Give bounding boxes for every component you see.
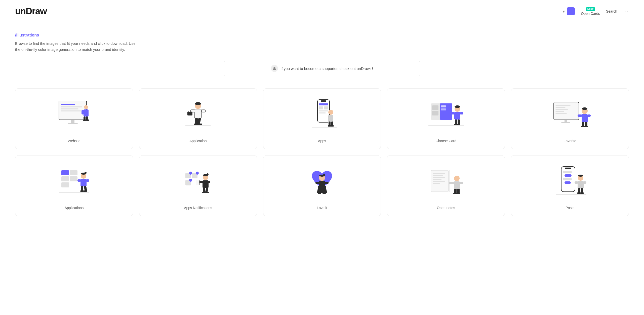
open-cards-button[interactable]: NEW Open Cards xyxy=(581,7,600,16)
svg-rect-122 xyxy=(433,175,443,176)
svg-rect-105 xyxy=(207,181,210,183)
svg-rect-129 xyxy=(454,181,460,189)
svg-point-9 xyxy=(84,105,88,109)
svg-rect-75 xyxy=(584,126,588,127)
svg-rect-62 xyxy=(555,109,568,110)
svg-rect-30 xyxy=(321,100,326,102)
svg-rect-57 xyxy=(457,124,460,125)
svg-point-96 xyxy=(189,179,192,182)
svg-rect-81 xyxy=(70,176,77,181)
supporter-banner[interactable]: If you want to become a supporter, check… xyxy=(224,61,420,76)
illustration-label-love-it: Love it xyxy=(317,206,327,210)
illustration-card-choose-card[interactable]: Choose Card xyxy=(387,88,505,149)
illustration-favorite xyxy=(517,95,623,135)
svg-rect-7 xyxy=(71,120,74,123)
svg-rect-23 xyxy=(202,110,206,112)
svg-rect-45 xyxy=(432,105,438,110)
illustration-label-applications: Applications xyxy=(65,206,84,210)
svg-rect-140 xyxy=(565,174,572,177)
svg-rect-64 xyxy=(555,113,567,114)
svg-rect-69 xyxy=(582,114,588,122)
svg-rect-63 xyxy=(555,111,564,112)
svg-rect-126 xyxy=(433,183,440,184)
svg-point-128 xyxy=(454,176,460,181)
illustration-card-apps-notifications[interactable]: Apps Notifications xyxy=(139,155,257,216)
illustration-card-favorite[interactable]: Favorite xyxy=(511,88,629,149)
svg-rect-25 xyxy=(197,118,201,124)
illustration-apps xyxy=(269,95,375,135)
svg-rect-145 xyxy=(578,181,584,188)
illustration-posts xyxy=(517,162,623,202)
svg-rect-121 xyxy=(433,173,445,174)
svg-rect-147 xyxy=(583,181,586,184)
svg-point-50 xyxy=(455,105,460,108)
svg-rect-34 xyxy=(319,110,328,111)
svg-rect-138 xyxy=(565,168,571,169)
svg-rect-78 xyxy=(61,176,69,181)
illustration-choose-card xyxy=(393,95,499,135)
illustration-card-application[interactable]: Application xyxy=(139,88,257,149)
svg-rect-13 xyxy=(84,116,86,120)
svg-rect-146 xyxy=(575,181,578,184)
illustration-card-apps[interactable]: Apps xyxy=(263,88,381,149)
svg-rect-31 xyxy=(319,103,328,105)
svg-rect-61 xyxy=(555,107,566,108)
illustration-card-website[interactable]: Website xyxy=(15,88,133,149)
svg-rect-104 xyxy=(196,180,199,185)
svg-rect-16 xyxy=(86,120,89,121)
svg-rect-12 xyxy=(86,110,89,114)
color-picker-group[interactable]: ▾ xyxy=(563,7,575,15)
main-content: /illustrations Browse to find the images… xyxy=(0,23,644,226)
supporter-icon xyxy=(271,65,278,72)
svg-rect-79 xyxy=(61,182,69,187)
svg-rect-52 xyxy=(451,112,455,114)
svg-rect-8 xyxy=(68,123,78,124)
svg-rect-91 xyxy=(83,190,87,192)
illustration-apps-notifications xyxy=(145,162,251,202)
svg-rect-135 xyxy=(456,193,460,194)
logo: unDraw xyxy=(15,6,47,17)
svg-rect-150 xyxy=(577,192,581,194)
svg-point-68 xyxy=(582,107,587,110)
svg-rect-37 xyxy=(328,115,333,122)
svg-rect-33 xyxy=(324,106,328,109)
svg-rect-90 xyxy=(80,190,84,192)
illustration-card-posts[interactable]: Posts xyxy=(511,155,629,216)
svg-rect-15 xyxy=(83,120,86,121)
illustration-label-apps-notifications: Apps Notifications xyxy=(184,206,212,210)
search-button[interactable]: Search xyxy=(606,9,617,13)
illustration-open-notes xyxy=(393,162,499,202)
svg-rect-134 xyxy=(453,193,457,194)
color-swatch[interactable] xyxy=(567,7,575,15)
svg-point-98 xyxy=(196,172,199,175)
page-subtitle: /illustrations xyxy=(15,33,629,37)
svg-rect-77 xyxy=(61,170,69,175)
svg-rect-5 xyxy=(61,108,78,109)
svg-rect-71 xyxy=(587,114,591,117)
chevron-down-icon[interactable]: ▾ xyxy=(563,9,565,14)
svg-rect-151 xyxy=(580,192,584,194)
svg-rect-118 xyxy=(323,192,326,194)
svg-point-101 xyxy=(207,173,209,175)
more-options-button[interactable]: ··· xyxy=(623,9,629,14)
illustration-label-apps: Apps xyxy=(318,139,326,143)
svg-rect-60 xyxy=(555,105,571,106)
svg-rect-86 xyxy=(77,179,81,182)
svg-rect-85 xyxy=(80,179,87,186)
svg-rect-117 xyxy=(318,192,321,194)
svg-rect-27 xyxy=(198,124,202,125)
illustration-card-love-it[interactable]: Love it xyxy=(263,155,381,216)
svg-rect-32 xyxy=(319,106,323,109)
illustration-card-applications[interactable]: Applications xyxy=(15,155,133,216)
svg-rect-4 xyxy=(61,106,82,107)
svg-rect-124 xyxy=(433,179,441,180)
svg-rect-131 xyxy=(459,182,463,184)
illustration-card-open-notes[interactable]: Open notes xyxy=(387,155,505,216)
illustration-applications xyxy=(21,162,127,202)
svg-rect-66 xyxy=(561,122,570,123)
svg-rect-74 xyxy=(581,126,585,127)
svg-rect-46 xyxy=(432,111,438,115)
illustration-application xyxy=(145,95,251,135)
svg-point-84 xyxy=(85,172,87,174)
svg-rect-87 xyxy=(86,179,89,182)
